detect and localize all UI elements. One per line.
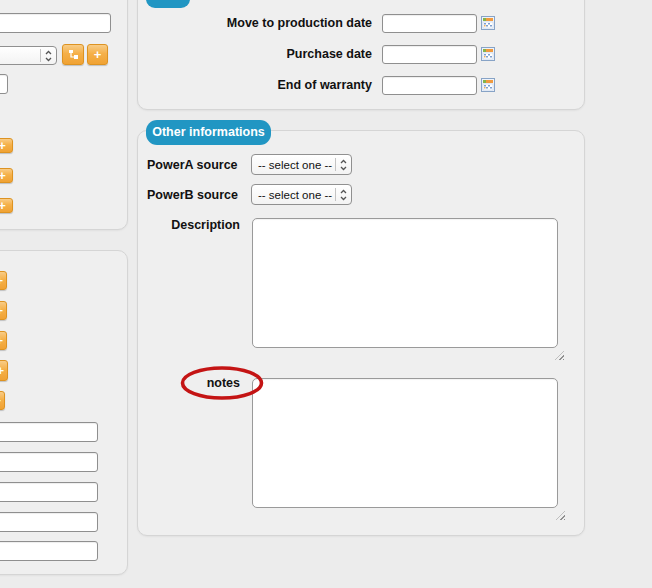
sidebar-row-add-button[interactable]: + [0, 271, 7, 290]
notes-textarea[interactable] [252, 378, 558, 508]
sidebar-row-add-button[interactable]: + [0, 198, 13, 213]
power-a-selected-value: -- select one -- [255, 159, 333, 171]
move-to-production-date-label: Move to production date [140, 16, 372, 31]
sidebar-field[interactable] [0, 541, 98, 561]
power-b-source-label: PowerB source [147, 188, 237, 203]
sidebar-row-add-button[interactable]: + [0, 168, 13, 183]
dates-panel-tab[interactable] [146, 0, 190, 8]
select-spinner-icon [339, 158, 348, 172]
power-a-source-label: PowerA source [147, 158, 237, 173]
power-b-selected-value: -- select one -- [255, 189, 333, 201]
end-of-warranty-input[interactable] [382, 76, 477, 95]
power-b-source-select[interactable]: -- select one -- [251, 184, 352, 205]
page: + + + + + + + + + Move to production dat… [0, 0, 652, 588]
select-spinner-icon [44, 49, 53, 63]
sidebar-select[interactable] [0, 46, 57, 65]
power-a-source-select[interactable]: -- select one -- [251, 154, 352, 175]
calendar-icon[interactable] [481, 78, 495, 92]
add-button[interactable]: + [87, 44, 108, 65]
other-informations-tab[interactable]: Other informations [146, 120, 271, 145]
sidebar-partial-input[interactable] [0, 74, 8, 94]
sidebar-row-add-button[interactable]: + [0, 360, 8, 381]
tree-icon [67, 48, 80, 61]
sidebar-field[interactable] [0, 512, 98, 532]
purchase-date-input[interactable] [382, 45, 477, 64]
tree-view-button[interactable] [62, 44, 84, 65]
description-label: Description [147, 218, 240, 233]
calendar-icon[interactable] [481, 16, 495, 30]
sidebar-row-add-button[interactable]: + [0, 138, 13, 153]
select-divider [40, 49, 41, 62]
calendar-icon[interactable] [481, 47, 495, 61]
description-textarea[interactable] [252, 218, 558, 348]
sidebar-row-add-button[interactable]: + [0, 391, 5, 410]
notes-label: notes [200, 376, 240, 391]
sidebar-text-input[interactable] [0, 13, 111, 33]
sidebar-panel-top [0, 0, 128, 230]
sidebar-field[interactable] [0, 482, 98, 502]
select-divider [335, 188, 336, 201]
sidebar-row-add-button[interactable]: + [0, 331, 7, 350]
sidebar-field[interactable] [0, 452, 98, 472]
move-to-production-date-input[interactable] [382, 14, 477, 33]
purchase-date-label: Purchase date [140, 47, 372, 62]
sidebar-field[interactable] [0, 422, 98, 442]
sidebar-row-add-button[interactable]: + [0, 301, 7, 320]
end-of-warranty-label: End of warranty [140, 78, 372, 93]
select-divider [335, 158, 336, 171]
select-spinner-icon [339, 188, 348, 202]
